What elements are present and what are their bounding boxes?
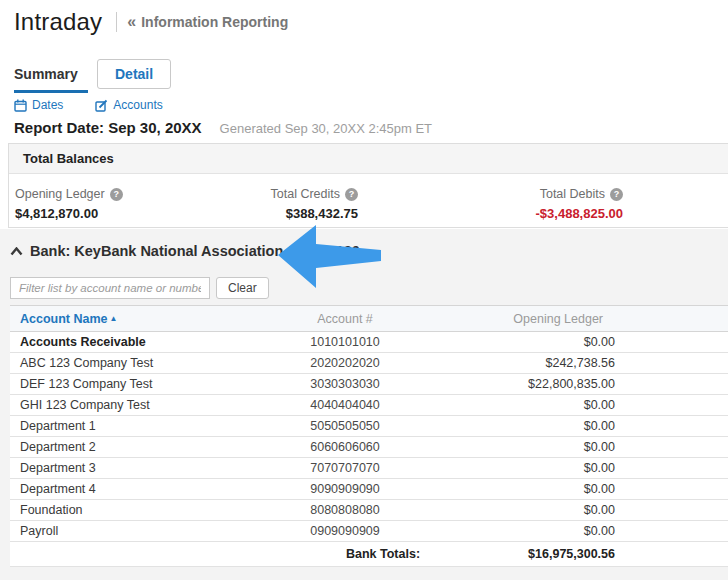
help-icon[interactable]: ? bbox=[610, 188, 623, 201]
filter-input[interactable] bbox=[10, 277, 210, 299]
table-row: Accounts Receivable 1010101010 $0.00 bbox=[10, 332, 728, 353]
help-icon[interactable]: ? bbox=[345, 188, 358, 201]
opening-ledger-cell: $0.00 bbox=[430, 419, 615, 433]
total-debits-label: Total Debits bbox=[540, 187, 605, 201]
opening-ledger-cell: $22,800,835.00 bbox=[430, 377, 615, 391]
total-credits-label: Total Credits bbox=[271, 187, 340, 201]
account-name-cell: Foundation bbox=[10, 503, 260, 517]
page-title: Intraday bbox=[14, 8, 102, 36]
opening-ledger-cell: $0.00 bbox=[430, 335, 615, 349]
table-row: Foundation 8080808080 $0.00 bbox=[10, 500, 728, 521]
table-row: Department 2 6060606060 $0.00 bbox=[10, 437, 728, 458]
annotation-arrow-icon bbox=[278, 223, 384, 293]
intraday-report-page: Intraday «Information Reporting Summary … bbox=[0, 0, 728, 580]
report-date: Report Date: Sep 30, 20XX bbox=[14, 119, 202, 136]
account-name-cell: Payroll bbox=[10, 524, 260, 538]
accounts-link[interactable]: Accounts bbox=[95, 98, 162, 112]
account-name-cell: Department 4 bbox=[10, 482, 260, 496]
opening-ledger-cell: $0.00 bbox=[430, 440, 615, 454]
accounts-link-label: Accounts bbox=[113, 98, 162, 112]
total-debits-summary: Total Debits ? -$3,488,825.00 bbox=[536, 187, 623, 221]
quick-links: Dates Accounts bbox=[14, 98, 163, 112]
dates-link[interactable]: Dates bbox=[14, 98, 63, 112]
account-name-cell: Department 2 bbox=[10, 440, 260, 454]
back-chevrons-icon: « bbox=[127, 13, 136, 30]
table-row: Payroll 0909090909 $0.00 bbox=[10, 521, 728, 542]
account-number-cell: 9090909090 bbox=[260, 482, 430, 496]
report-tabs: Summary Detail bbox=[14, 59, 171, 93]
account-number-cell: 3030303030 bbox=[260, 377, 430, 391]
account-number-cell: 0909090909 bbox=[260, 524, 430, 538]
breadcrumb-back-link[interactable]: «Information Reporting bbox=[127, 13, 288, 31]
accounts-table: Account Name▲ Account # Opening Ledger A… bbox=[10, 305, 728, 567]
dates-link-label: Dates bbox=[32, 98, 63, 112]
total-balances-body: Opening Ledger ? $4,812,870.00 Total Cre… bbox=[9, 174, 728, 229]
clear-filter-button[interactable]: Clear bbox=[216, 277, 269, 299]
account-name-cell: DEF 123 Company Test bbox=[10, 377, 260, 391]
calendar-icon bbox=[14, 99, 27, 112]
opening-ledger-cell: $242,738.56 bbox=[430, 356, 615, 370]
column-header-opening-ledger: Opening Ledger bbox=[430, 312, 615, 326]
table-row: Department 3 7070707070 $0.00 bbox=[10, 458, 728, 479]
report-date-line: Report Date: Sep 30, 20XX Generated Sep … bbox=[14, 119, 432, 136]
account-number-cell: 7070707070 bbox=[260, 461, 430, 475]
column-header-account-number: Account # bbox=[260, 312, 430, 326]
account-name-cell: ABC 123 Company Test bbox=[10, 356, 260, 370]
account-number-cell: 2020202020 bbox=[260, 356, 430, 370]
opening-ledger-value: $4,812,870.00 bbox=[15, 206, 123, 221]
chevron-up-icon bbox=[10, 247, 23, 256]
bank-totals-row: Bank Totals: $16,975,300.56 bbox=[10, 542, 728, 567]
edit-icon bbox=[95, 99, 108, 112]
opening-ledger-summary: Opening Ledger ? $4,812,870.00 bbox=[15, 187, 123, 221]
tab-summary[interactable]: Summary bbox=[14, 59, 88, 93]
account-name-cell: Accounts Receivable bbox=[10, 335, 260, 349]
table-row: GHI 123 Company Test 4040404040 $0.00 bbox=[10, 395, 728, 416]
tab-detail[interactable]: Detail bbox=[97, 59, 171, 89]
total-balances-panel: Total Balances Opening Ledger ? $4,812,8… bbox=[8, 143, 728, 228]
sort-asc-icon: ▲ bbox=[110, 314, 118, 323]
opening-ledger-cell: $0.00 bbox=[430, 461, 615, 475]
total-credits-value: $388,432.75 bbox=[271, 206, 358, 221]
filter-bar: Clear bbox=[10, 277, 269, 299]
page-header: Intraday «Information Reporting bbox=[14, 8, 288, 36]
bank-section: Bank: KeyBank National Association 12012… bbox=[0, 229, 728, 580]
account-number-cell: 6060606060 bbox=[260, 440, 430, 454]
account-number-cell: 4040404040 bbox=[260, 398, 430, 412]
opening-ledger-label: Opening Ledger bbox=[15, 187, 105, 201]
breadcrumb-label: Information Reporting bbox=[141, 14, 288, 30]
account-number-cell: 1010101010 bbox=[260, 335, 430, 349]
generated-timestamp: Generated Sep 30, 20XX 2:45pm ET bbox=[220, 121, 432, 136]
opening-ledger-cell: $0.00 bbox=[430, 482, 615, 496]
header-divider bbox=[116, 12, 117, 32]
account-name-cell: Department 1 bbox=[10, 419, 260, 433]
column-header-account-name[interactable]: Account Name▲ bbox=[10, 312, 260, 326]
opening-ledger-cell: $0.00 bbox=[430, 503, 615, 517]
account-name-cell: Department 3 bbox=[10, 461, 260, 475]
table-row: ABC 123 Company Test 2020202020 $242,738… bbox=[10, 353, 728, 374]
table-row: Department 4 9090909090 $0.00 bbox=[10, 479, 728, 500]
account-name-cell: GHI 123 Company Test bbox=[10, 398, 260, 412]
table-row: Department 1 5050505050 $0.00 bbox=[10, 416, 728, 437]
help-icon[interactable]: ? bbox=[110, 188, 123, 201]
total-balances-title: Total Balances bbox=[9, 144, 728, 174]
table-row: DEF 123 Company Test 3030303030 $22,800,… bbox=[10, 374, 728, 395]
bank-totals-label: Bank Totals: bbox=[298, 547, 468, 561]
account-number-cell: 5050505050 bbox=[260, 419, 430, 433]
total-credits-summary: Total Credits ? $388,432.75 bbox=[271, 187, 358, 221]
account-number-cell: 8080808080 bbox=[260, 503, 430, 517]
opening-ledger-cell: $0.00 bbox=[430, 524, 615, 538]
table-header-row: Account Name▲ Account # Opening Ledger bbox=[10, 305, 728, 332]
opening-ledger-cell: $0.00 bbox=[430, 398, 615, 412]
total-debits-value: -$3,488,825.00 bbox=[536, 206, 623, 221]
